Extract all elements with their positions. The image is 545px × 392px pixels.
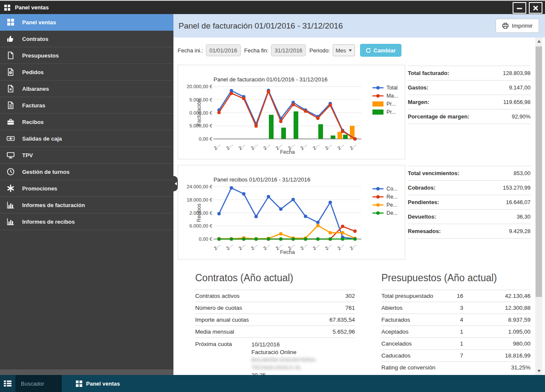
window-titlebar: Panel ventas — [0, 0, 545, 14]
cambiar-button[interactable]: Cambiar — [360, 44, 401, 57]
bar-chart-icon — [6, 217, 16, 226]
periodo-select[interactable]: Mes — [333, 44, 355, 56]
recibos-chart-panel: Panel recibos 01/01/2016 - 31/12/2016Rec… — [178, 165, 405, 259]
stat-label: Total facturado: — [408, 70, 449, 76]
stat-label: Devueltos: — [408, 213, 436, 220]
row-amount: 8.937,59 — [463, 317, 531, 323]
sidebar-collapse-handle[interactable] — [173, 176, 178, 191]
print-button-label: Imprimir — [512, 23, 533, 29]
banknote-icon — [6, 134, 16, 143]
stat-value: 16.646,07 — [506, 199, 531, 205]
fecha-ini-input[interactable] — [206, 44, 241, 56]
presupuestos-table: Total presupuestado 16 42.130,46 Abierto… — [381, 290, 531, 373]
row-label: Aceptados — [381, 329, 442, 335]
app-window: Panel ventas Panel ventas Contratos Pres… — [0, 0, 545, 392]
chevron-down-icon — [349, 49, 352, 52]
proxima-cuota-cliente-blurred: BALMAÑA ENGINYERIA TECNOLOGICA SL — [251, 356, 355, 372]
facturacion-chart: Panel de facturación 01/01/2016 - 31/12/… — [178, 65, 405, 159]
svg-text:2···: 2··· — [324, 142, 333, 151]
row-amount: 42.130,46 — [463, 293, 531, 299]
sidebar-item-recibos[interactable]: Recibos — [0, 114, 173, 130]
main-content: Fecha ini.: Fecha fin: Periodo: Mes Camb… — [173, 37, 545, 375]
close-button[interactable] — [529, 2, 542, 14]
svg-text:5.000,00 €: 5.000,00 € — [190, 97, 213, 102]
table-row: Total presupuestado 16 42.130,46 — [381, 290, 531, 302]
stat-row: Pendientes: 16.646,07 — [408, 195, 531, 210]
proxima-cuota-concepto: Facturació Online — [251, 349, 355, 356]
table-row: Aceptados 1 1.095,00 — [381, 326, 531, 337]
stat-row: Margen: 119.656,98 — [408, 95, 531, 110]
stat-row: Total facturado: 128.803,98 — [408, 66, 531, 81]
row-count: 3 — [442, 305, 463, 311]
svg-text:Pe...: Pe... — [386, 202, 397, 208]
sidebar-item-contratos[interactable]: Contratos — [0, 31, 173, 47]
sidebar-item-label: Pedidos — [22, 69, 44, 75]
svg-text:Pr...: Pr... — [386, 109, 396, 115]
taskbar-tab-panel-ventas[interactable]: Panel ventas — [62, 375, 120, 392]
sidebar-item-panel-ventas[interactable]: Panel ventas — [0, 14, 173, 31]
print-button[interactable]: Imprimir — [496, 19, 539, 33]
contratos-section-title: Contratos (Año actual) — [195, 272, 293, 284]
table-row: Media mensual 5.652,96 — [195, 326, 355, 337]
svg-text:2···: 2··· — [324, 242, 333, 251]
row-label: Abiertos — [381, 305, 442, 311]
proxima-cuota-importe: 30.25 — [251, 372, 355, 375]
taskbar-tab-buscador[interactable]: Buscador — [16, 375, 62, 392]
svg-text:0.000,00 €: 0.000,00 € — [190, 110, 213, 115]
triangle-up-icon — [537, 40, 541, 43]
sidebar-item-pedidos[interactable]: Pedidos — [0, 64, 173, 81]
scroll-up-button[interactable] — [535, 37, 542, 45]
minimize-button[interactable] — [513, 2, 526, 14]
row-amount: 1.095,00 — [463, 329, 531, 335]
taskbar-tab-label: Buscador — [21, 380, 44, 387]
row-label: Rating de conversión — [381, 364, 442, 371]
row-label: Próxima cuota — [195, 341, 251, 347]
sidebar-bottom-strip — [0, 369, 173, 375]
list-menu-icon — [3, 380, 12, 387]
sidebar-item-label: Panel ventas — [22, 19, 56, 26]
table-row: Abiertos 3 12.300,88 — [381, 302, 531, 314]
scroll-down-button[interactable] — [535, 367, 542, 375]
scrollbar-thumb[interactable] — [536, 46, 542, 297]
sidebar-item-promociones[interactable]: Promociones — [0, 180, 173, 197]
triangle-down-icon — [537, 370, 541, 372]
svg-text:2···: 2··· — [349, 242, 358, 251]
sidebar-item-facturas[interactable]: Facturas — [0, 97, 173, 114]
sidebar-item-label: Informes de recibos — [22, 219, 75, 225]
sidebar-item-gestion-de-turnos[interactable]: Gestión de turnos — [0, 164, 173, 180]
svg-text:2···: 2··· — [262, 242, 271, 251]
table-row: Facturados 4 8.937,59 — [381, 314, 531, 326]
facturacion-stats: Total facturado: 128.803,98 Gastos: 9.14… — [408, 66, 531, 124]
periodo-selected-value: Mes — [336, 47, 346, 54]
svg-text:2···: 2··· — [349, 142, 358, 151]
stat-row: Remesados: 9.429,28 — [408, 224, 531, 239]
sidebar-item-salidas-de-caja[interactable]: Salidas de caja — [0, 130, 173, 147]
row-value: 761 — [345, 305, 355, 311]
sidebar-item-informes-de-facturacion[interactable]: Informes de facturación — [0, 197, 173, 213]
row-count: 1 — [442, 329, 463, 335]
sidebar-item-presupuestos[interactable]: Presupuestos — [0, 47, 173, 64]
svg-text:2···: 2··· — [250, 142, 259, 151]
sidebar-item-tpv[interactable]: TPV — [0, 147, 173, 164]
stat-row: Total vencimientos: 853,00 — [408, 166, 531, 181]
stat-row: Devueltos: 36,30 — [408, 210, 531, 224]
row-amount: 980,00 — [463, 340, 531, 347]
sidebar-item-albaranes[interactable]: Albaranes — [0, 81, 173, 97]
sidebar-item-label: Albaranes — [22, 86, 49, 92]
refresh-icon — [366, 48, 371, 53]
taskbar-menu-button[interactable] — [0, 375, 16, 392]
bar-chart-icon — [6, 201, 16, 209]
fecha-fin-input[interactable] — [271, 44, 306, 56]
sidebar-item-informes-de-recibos[interactable]: Informes de recibos — [0, 213, 173, 230]
facturacion-chart-panel: Panel de facturación 01/01/2016 - 31/12/… — [178, 65, 405, 159]
svg-text:Total: Total — [386, 85, 398, 91]
window-title: Panel ventas — [15, 4, 49, 11]
svg-text:Pr...: Pr... — [386, 101, 396, 107]
vertical-scrollbar[interactable] — [535, 37, 542, 375]
stat-label: Margen: — [408, 99, 430, 105]
svg-text:0,00 €: 0,00 € — [199, 136, 213, 141]
sidebar-item-label: Presupuestos — [22, 52, 59, 59]
stat-label: Total vencimientos: — [408, 170, 459, 176]
sidebar-item-label: Gestión de turnos — [22, 169, 69, 175]
close-icon — [533, 5, 539, 11]
